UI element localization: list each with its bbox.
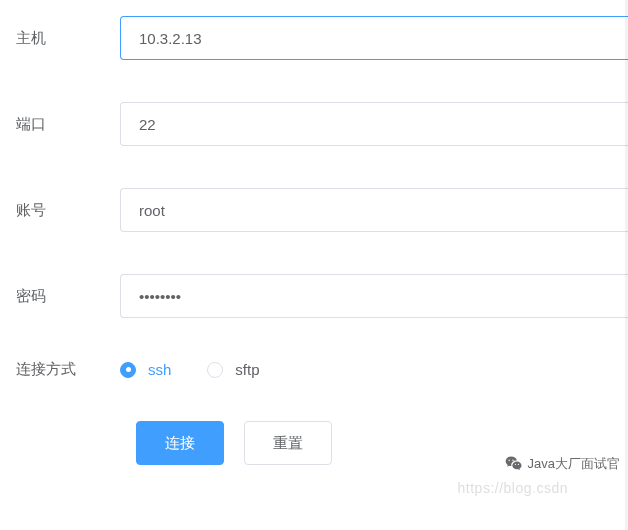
account-label: 账号 [16,201,120,220]
watermark: Java大厂面试官 [504,454,620,474]
url-watermark: https://blog.csdn [458,480,568,496]
radio-sftp-label: sftp [235,361,259,378]
port-label: 端口 [16,115,120,134]
host-row: 主机 [16,16,628,60]
port-input[interactable] [120,102,628,146]
password-input[interactable] [120,274,628,318]
connect-button[interactable]: 连接 [136,421,224,465]
host-label: 主机 [16,29,120,48]
reset-button[interactable]: 重置 [244,421,332,465]
wechat-icon [504,454,524,474]
watermark-text: Java大厂面试官 [528,455,620,473]
port-row: 端口 [16,102,628,146]
radio-ssh-label: ssh [148,361,171,378]
account-input[interactable] [120,188,628,232]
password-label: 密码 [16,287,120,306]
radio-ssh[interactable]: ssh [120,361,171,378]
radio-sftp[interactable]: sftp [207,361,259,378]
password-row: 密码 [16,274,628,318]
method-row: 连接方式 ssh sftp [16,360,628,379]
radio-icon [207,362,223,378]
method-radio-group: ssh sftp [120,361,260,378]
account-row: 账号 [16,188,628,232]
method-label: 连接方式 [16,360,120,379]
radio-icon [120,362,136,378]
host-input[interactable] [120,16,628,60]
connection-form: 主机 端口 账号 密码 连接方式 ssh sftp 连接 重置 [0,0,628,465]
